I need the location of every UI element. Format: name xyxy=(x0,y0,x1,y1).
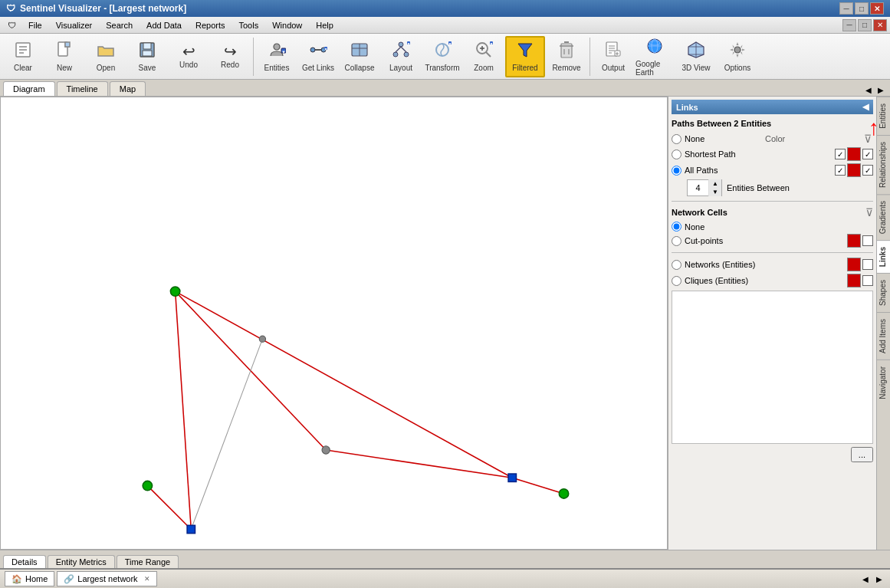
save-button[interactable]: Save xyxy=(127,36,167,77)
largest-network-tab[interactable]: 🔗 Largest network ✕ xyxy=(57,571,156,586)
all-paths-color[interactable] xyxy=(847,163,861,177)
tab-timeline[interactable]: Timeline xyxy=(57,81,108,96)
side-tab-add-items[interactable]: Add Items xyxy=(877,312,891,360)
redo-button[interactable]: ↪ Redo xyxy=(210,36,250,77)
filtered-button[interactable]: Filtered xyxy=(505,36,545,77)
home-tab[interactable]: 🏠 Home xyxy=(5,571,54,586)
output-label: Output xyxy=(602,64,625,72)
zoom-button[interactable]: ▼ Zoom xyxy=(464,36,504,77)
google-earth-button[interactable]: Google Earth xyxy=(635,36,675,77)
networks-radio[interactable] xyxy=(672,260,681,270)
panel-collapse-btn[interactable]: ◀ xyxy=(862,102,869,112)
tab-diagram[interactable]: Diagram xyxy=(3,81,55,96)
options-button[interactable]: Options xyxy=(718,36,757,77)
bottom-tab-details[interactable]: Details xyxy=(3,555,46,568)
cliques-color[interactable] xyxy=(847,274,861,287)
maximize-button[interactable]: □ xyxy=(855,2,869,15)
svg-rect-5 xyxy=(65,42,70,47)
menu-window[interactable]: Window xyxy=(266,19,308,31)
network-cells-filter-icon[interactable]: ⊽ xyxy=(865,206,873,218)
svg-line-22 xyxy=(396,47,401,52)
output-icon xyxy=(604,41,622,62)
undo-button[interactable]: ↩ Undo xyxy=(169,36,209,77)
menu-visualizer[interactable]: Visualizer xyxy=(50,19,99,31)
footer-nav-prev[interactable]: ◀ xyxy=(859,574,872,584)
new-button[interactable]: New xyxy=(44,36,84,77)
menu-close-button[interactable]: ✕ xyxy=(873,19,887,31)
remove-button[interactable]: Remove xyxy=(547,36,586,77)
collapse-button[interactable]: Collapse xyxy=(340,36,379,77)
network-tab-close[interactable]: ✕ xyxy=(144,575,150,583)
tab-nav-prev[interactable]: ◀ xyxy=(862,84,875,96)
side-tab-entities[interactable]: Entities xyxy=(877,97,891,135)
tab-map[interactable]: Map xyxy=(110,81,146,96)
menu-reports[interactable]: Reports xyxy=(189,19,232,31)
spinner-up-btn[interactable]: ▲ xyxy=(709,179,721,188)
shortest-path-checkbox[interactable] xyxy=(835,149,846,159)
footer-nav-next[interactable]: ▶ xyxy=(873,574,885,584)
spinner-down-btn[interactable]: ▼ xyxy=(709,188,721,196)
shortest-path-radio[interactable] xyxy=(672,149,681,159)
all-paths-filter-checkbox[interactable] xyxy=(862,165,873,176)
menu-help[interactable]: Help xyxy=(310,19,340,31)
remove-label: Remove xyxy=(552,64,580,72)
cliques-radio[interactable] xyxy=(672,276,681,286)
layout-icon: ▼ xyxy=(392,41,410,62)
bottom-tab-time-range[interactable]: Time Range xyxy=(117,555,179,568)
menu-minimize-button[interactable]: ─ xyxy=(842,19,856,31)
shortest-path-row: Shortest Path xyxy=(672,147,873,161)
menu-maximize-button[interactable]: □ xyxy=(858,19,872,31)
menu-file[interactable]: File xyxy=(22,19,48,31)
tab-nav-next[interactable]: ▶ xyxy=(875,84,887,96)
bottom-tab-entity-metrics[interactable]: Entity Metrics xyxy=(48,555,115,568)
shortest-path-filter-checkbox[interactable] xyxy=(862,149,873,159)
menu-search[interactable]: Search xyxy=(100,19,139,31)
all-paths-checkbox[interactable] xyxy=(835,165,846,176)
networks-checkbox[interactable] xyxy=(862,259,873,270)
nc-none-radio[interactable] xyxy=(672,222,681,232)
spinner-value: 4 xyxy=(688,183,708,192)
network-cells-header: Network Cells xyxy=(672,206,727,218)
close-button[interactable]: ✕ xyxy=(870,2,884,15)
none-radio[interactable] xyxy=(672,134,681,144)
cliques-checkbox[interactable] xyxy=(862,275,873,286)
brand-icon: 🛡 xyxy=(8,21,16,30)
diagram-area[interactable] xyxy=(0,97,668,550)
entities-between-spinner[interactable]: 4 ▲ ▼ xyxy=(687,179,722,196)
transform-button[interactable]: ▼ Transform xyxy=(422,36,462,77)
side-tab-navigator[interactable]: Navigator xyxy=(877,360,891,406)
svg-line-63 xyxy=(326,450,512,478)
layout-button[interactable]: ▼ Layout xyxy=(381,36,421,77)
cut-points-radio[interactable] xyxy=(672,236,681,246)
get-links-button[interactable]: ▼ Get Links xyxy=(298,36,338,77)
minimize-button[interactable]: ─ xyxy=(839,2,853,15)
svg-text:▼: ▼ xyxy=(448,41,452,46)
google-earth-label: Google Earth xyxy=(635,60,674,77)
filtered-label: Filtered xyxy=(512,64,537,72)
cut-points-color[interactable] xyxy=(847,234,861,248)
svg-point-12 xyxy=(310,48,315,52)
side-tab-relationships[interactable]: Relationships xyxy=(877,135,891,194)
all-paths-radio[interactable] xyxy=(672,166,681,176)
cut-points-label: Cut-points xyxy=(685,236,723,245)
menu-add-data[interactable]: Add Data xyxy=(140,19,188,31)
footer-left: 🏠 Home 🔗 Largest network ✕ xyxy=(5,571,859,586)
menu-tools[interactable]: Tools xyxy=(233,19,265,31)
cut-points-checkbox[interactable] xyxy=(862,235,873,246)
more-button[interactable]: ... xyxy=(851,447,873,462)
open-icon xyxy=(97,41,115,62)
clear-label: Clear xyxy=(14,64,32,72)
side-tab-links[interactable]: Links xyxy=(877,240,891,273)
3d-view-button[interactable]: 3D View xyxy=(676,36,716,77)
clear-button[interactable]: Clear xyxy=(3,36,43,77)
svg-text:▼: ▼ xyxy=(490,41,493,46)
output-button[interactable]: Output xyxy=(593,36,633,77)
networks-label: Networks (Entities) xyxy=(685,260,755,269)
entities-button[interactable]: ▼ Entities xyxy=(257,36,297,77)
open-button[interactable]: Open xyxy=(86,36,126,77)
side-tab-gradients[interactable]: Gradients xyxy=(877,194,891,240)
side-tab-shapes[interactable]: Shapes xyxy=(877,273,891,312)
networks-color[interactable] xyxy=(847,258,861,271)
shortest-path-color[interactable] xyxy=(847,147,861,161)
all-paths-label: All Paths xyxy=(685,166,718,175)
